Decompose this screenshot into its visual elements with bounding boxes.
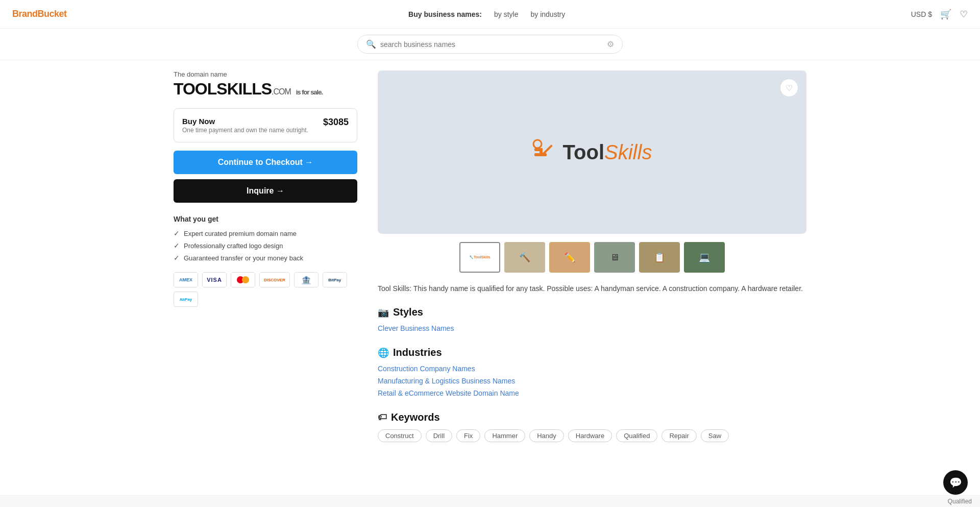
inquire-button[interactable]: Inquire → — [174, 179, 357, 203]
check-icon-1: ✓ — [174, 229, 180, 237]
industry-item-2[interactable]: Retail & eCommerce Website Domain Name — [378, 389, 806, 397]
search-input[interactable] — [380, 40, 603, 49]
keyword-hammer[interactable]: Hammer — [484, 429, 525, 442]
nav-by-industry[interactable]: by industry — [527, 8, 570, 20]
styles-section: 📷 Styles Clever Business Names — [378, 306, 806, 332]
feature-item-3: ✓ Guaranteed transfer or your money back — [174, 254, 357, 262]
checkout-button[interactable]: Continue to Checkout → — [174, 151, 357, 174]
tool-text: Tool — [563, 141, 604, 163]
logo-text1: Brand — [12, 9, 38, 19]
buy-now-info: Buy Now One time payment and own the nam… — [182, 117, 308, 134]
what-you-get-section: What you get ✓ Expert curated premium do… — [174, 215, 357, 262]
header-right: USD $ 🛒 ♡ — [911, 9, 968, 20]
keyword-fix[interactable]: Fix — [456, 429, 480, 442]
price-display: $3085 — [323, 117, 349, 128]
buy-now-sub: One time payment and own the name outrig… — [182, 127, 308, 134]
styles-title-row: 📷 Styles — [378, 306, 806, 318]
logo-preview: ♡ ToolSkills — [378, 70, 806, 234]
buy-now-label: Buy Now — [182, 117, 308, 126]
styles-title: Styles — [393, 306, 423, 318]
right-panel: ♡ ToolSkills 🔧ToolSkills — [378, 70, 806, 456]
toolskills-text: ToolSkills — [563, 140, 652, 164]
feature-text-2: Professionally crafted logo design — [184, 242, 283, 250]
keywords-title-row: 🏷 Keywords — [378, 412, 806, 423]
logo-text2: Bucket — [38, 9, 67, 19]
payment-mc — [231, 272, 255, 287]
keyword-handy[interactable]: Handy — [529, 429, 564, 442]
industries-section: 🌐 Industries Construction Company Names … — [378, 347, 806, 397]
domain-name: TOOLSKILLS.COM is for sale. — [174, 80, 323, 98]
globe-icon: 🌐 — [378, 347, 389, 358]
wishlist-button[interactable]: ♡ — [960, 9, 968, 20]
feature-item-1: ✓ Expert curated premium domain name — [174, 229, 357, 237]
domain-name-text: TOOLSKILLS — [174, 80, 272, 98]
thumbnail-3[interactable]: 🖥 — [594, 242, 635, 273]
header-icons: 🛒 ♡ — [940, 9, 968, 20]
keywords-row: Construct Drill Fix Hammer Handy Hardwar… — [378, 429, 806, 442]
domain-tld: .COM — [272, 87, 291, 96]
favorite-button[interactable]: ♡ — [780, 79, 798, 97]
search-icon: 🔍 — [366, 39, 376, 49]
skills-text: Skills — [604, 141, 652, 163]
keyword-drill[interactable]: Drill — [426, 429, 452, 442]
domain-name-display: TOOLSKILLS.COM is for sale. — [174, 80, 357, 98]
logo[interactable]: BrandBucket — [12, 9, 67, 19]
keywords-section: 🏷 Keywords Construct Drill Fix Hammer Ha… — [378, 412, 806, 442]
keywords-title: Keywords — [391, 412, 440, 423]
payment-alipay: AlıPay — [174, 292, 198, 307]
keyword-construct[interactable]: Construct — [378, 429, 422, 442]
industry-item-1[interactable]: Manufacturing & Logistics Business Names — [378, 377, 806, 385]
what-you-get-title: What you get — [174, 215, 357, 223]
check-icon-2: ✓ — [174, 242, 180, 250]
tag-icon: 🏷 — [378, 412, 387, 423]
feature-text-3: Guaranteed transfer or your money back — [184, 254, 303, 262]
buy-box: Buy Now One time payment and own the nam… — [174, 108, 357, 142]
payment-amex: AMEX — [174, 272, 198, 287]
svg-point-3 — [533, 140, 542, 148]
main-content: The domain name TOOLSKILLS.COM is for sa… — [133, 60, 847, 467]
description-text: Tool Skills: This handy name is qualifie… — [378, 283, 806, 294]
thumbnail-0[interactable]: 🔧ToolSkills — [459, 242, 500, 273]
toolskills-brand-logo: ToolSkills — [532, 139, 652, 165]
nav-by-style[interactable]: by style — [490, 8, 522, 20]
for-sale-text: is for sale. — [296, 88, 323, 96]
nav-label: Buy business names: — [408, 10, 482, 18]
payment-visa: VISA — [202, 272, 227, 287]
industry-item-0[interactable]: Construction Company Names — [378, 365, 806, 373]
payment-discover: DISCOVER — [259, 272, 290, 287]
filter-icon[interactable]: ⚙ — [607, 39, 614, 49]
check-icon-3: ✓ — [174, 254, 180, 262]
payment-bank: 🏦 — [294, 272, 318, 287]
camera-icon: 📷 — [378, 307, 389, 318]
search-bar-container: 🔍 ⚙ — [0, 29, 980, 60]
keyword-qualified[interactable]: Qualified — [616, 429, 657, 442]
industries-title-row: 🌐 Industries — [378, 347, 806, 358]
payment-bitpay: BitPay — [323, 272, 347, 287]
thumbnail-5[interactable]: 💻 — [684, 242, 725, 273]
industries-title: Industries — [393, 347, 442, 358]
style-item-0[interactable]: Clever Business Names — [378, 324, 806, 332]
currency-display[interactable]: USD $ — [911, 10, 932, 18]
header: BrandBucket Buy business names: by style… — [0, 0, 980, 29]
payment-icons: AMEX VISA DISCOVER 🏦 BitPay AlıPay — [174, 272, 357, 307]
wrench-icon — [532, 139, 559, 165]
left-panel: The domain name TOOLSKILLS.COM is for sa… — [174, 70, 357, 456]
main-nav: Buy business names: by style by industry — [408, 8, 569, 20]
thumbnail-1[interactable]: 🔨 — [504, 242, 545, 273]
thumbnail-row: 🔧ToolSkills 🔨 ✏️ 🖥 📋 💻 — [378, 242, 806, 273]
search-bar: 🔍 ⚙ — [357, 35, 623, 54]
feature-item-2: ✓ Professionally crafted logo design — [174, 242, 357, 250]
thumbnail-2[interactable]: ✏️ — [549, 242, 590, 273]
feature-text-1: Expert curated premium domain name — [184, 230, 297, 237]
keyword-saw[interactable]: Saw — [701, 429, 729, 442]
cart-button[interactable]: 🛒 — [940, 9, 951, 20]
keyword-repair[interactable]: Repair — [662, 429, 696, 442]
thumbnail-4[interactable]: 📋 — [639, 242, 680, 273]
keyword-hardware[interactable]: Hardware — [568, 429, 612, 442]
domain-label: The domain name — [174, 70, 357, 78]
